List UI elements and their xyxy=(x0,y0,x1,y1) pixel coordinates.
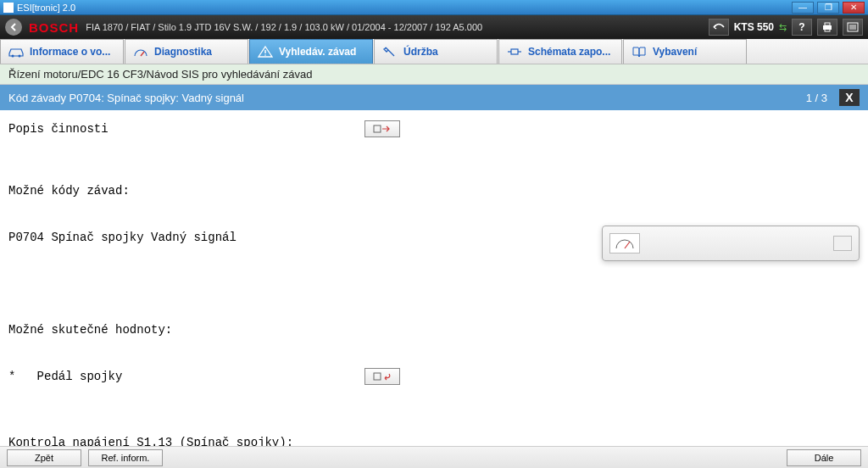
main-content: Popis činnosti Možné kódy závad: P0704 S… xyxy=(0,110,868,468)
panel-button[interactable] xyxy=(833,236,852,251)
actual-values-label: Možné skutečné hodnoty: xyxy=(8,322,860,337)
gauge-mini-icon[interactable] xyxy=(609,233,640,254)
tab-troubleshooting[interactable]: Vyhledáv. závad xyxy=(249,39,373,64)
svg-rect-2 xyxy=(825,29,830,31)
brand-logo: BOSCH xyxy=(29,20,79,35)
app-icon xyxy=(3,3,14,13)
circuit-icon xyxy=(506,44,523,59)
svg-point-11 xyxy=(264,54,266,56)
page-indicator: 1 / 3 xyxy=(806,92,827,104)
close-button[interactable]: ✕ xyxy=(843,2,865,14)
possible-codes-label: Možné kódy závad: xyxy=(8,183,860,198)
tab-label: Informace o vo... xyxy=(30,46,110,58)
tab-vehicle-info[interactable]: Informace o vo... xyxy=(0,39,124,64)
close-panel-icon[interactable]: X xyxy=(839,89,860,106)
tab-label: Vyhledáv. závad xyxy=(279,46,356,58)
svg-point-8 xyxy=(19,55,21,58)
tab-label: Schémata zapo... xyxy=(528,46,610,58)
window-titlebar: ESI[tronic] 2.0 — ❐ ✕ xyxy=(0,0,868,15)
ref-info-button[interactable]: Ref. inform. xyxy=(88,449,163,466)
tab-wiring[interactable]: Schémata zapo... xyxy=(498,39,622,64)
svg-rect-1 xyxy=(825,23,830,25)
svg-rect-17 xyxy=(374,373,381,380)
wrench-icon xyxy=(381,44,398,59)
fault-header: Kód závady P0704: Spínač spojky: Vadný s… xyxy=(0,85,868,110)
book-icon xyxy=(631,44,648,59)
maximize-button[interactable]: ❐ xyxy=(817,2,839,14)
svg-line-15 xyxy=(625,242,630,248)
svg-rect-13 xyxy=(511,49,518,54)
menu-icon[interactable] xyxy=(843,19,863,36)
gauge-icon xyxy=(132,44,149,59)
footer-bar: Zpět Ref. inform. Dále xyxy=(0,446,868,468)
back-button[interactable]: Zpět xyxy=(7,449,81,466)
activity-description-label: Popis činnosti xyxy=(8,122,364,136)
tab-label: Údržba xyxy=(403,46,438,58)
tab-label: Vybavení xyxy=(653,46,697,58)
tab-equipment[interactable]: Vybavení xyxy=(623,39,747,64)
actual-value-item: * Pedál spojky xyxy=(8,369,364,384)
app-header: BOSCH FIA 1870 / FIAT / Stilo 1.9 JTD 16… xyxy=(0,15,868,39)
usb-icon: ⇆ xyxy=(779,22,787,33)
breadcrumb: Řízení motoru/EDC 16 CF3/Návod SIS pro v… xyxy=(0,64,868,85)
car-icon xyxy=(8,44,25,59)
link-out-icon[interactable] xyxy=(364,120,400,137)
next-button[interactable]: Dále xyxy=(787,449,861,466)
help-icon[interactable]: ? xyxy=(792,19,812,36)
undo-icon[interactable] xyxy=(709,19,729,36)
fault-title: Kód závady P0704: Spínač spojky: Vadný s… xyxy=(8,92,244,104)
vehicle-info: FIA 1870 / FIAT / Stilo 1.9 JTD 16V S.W.… xyxy=(86,22,482,32)
device-label: KTS 550 xyxy=(734,21,774,33)
link-back-icon[interactable] xyxy=(364,368,400,385)
minimize-button[interactable]: — xyxy=(792,2,814,14)
measurement-panel xyxy=(602,226,860,261)
warning-icon xyxy=(257,44,274,59)
svg-rect-16 xyxy=(374,125,381,132)
window-title: ESI[tronic] 2.0 xyxy=(17,3,75,13)
tab-label: Diagnostika xyxy=(154,46,212,58)
tab-maintenance[interactable]: Údržba xyxy=(374,39,498,64)
svg-point-7 xyxy=(12,55,14,58)
tab-diagnostics[interactable]: Diagnostika xyxy=(125,39,248,64)
svg-line-9 xyxy=(141,52,144,56)
main-tabs: Informace o vo... Diagnostika Vyhledáv. … xyxy=(0,39,868,64)
print-icon[interactable] xyxy=(817,19,837,36)
nav-back-icon[interactable] xyxy=(5,19,22,36)
